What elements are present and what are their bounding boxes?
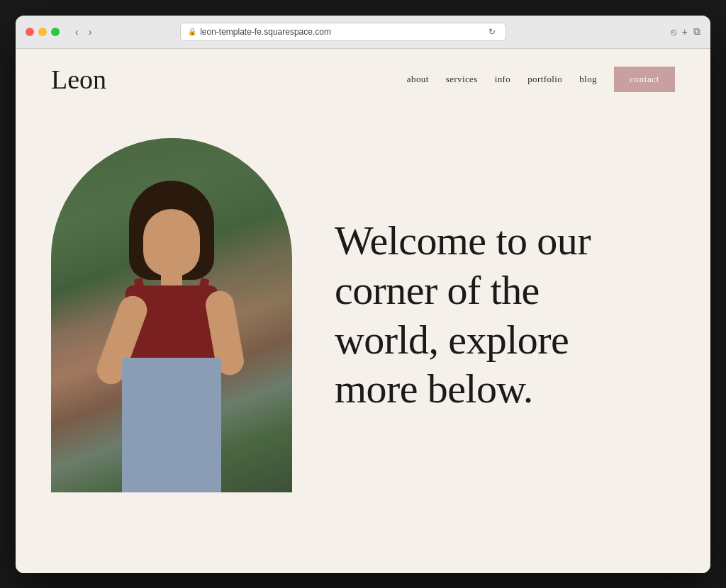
traffic-lights — [26, 28, 60, 36]
site-content: Leon about services info portfolio blog … — [16, 49, 710, 573]
site-nav: Leon about services info portfolio blog … — [16, 49, 710, 110]
person-figure — [79, 166, 264, 492]
back-button[interactable]: ‹ — [72, 25, 82, 39]
new-tab-button[interactable]: + — [682, 26, 688, 38]
lock-icon: 🔒 — [188, 28, 196, 35]
hero-heading: Welcome to our corner of the world, expl… — [335, 216, 675, 413]
close-button[interactable] — [26, 28, 34, 36]
nav-link-info[interactable]: info — [495, 74, 511, 85]
hero-heading-line1: Welcome to our — [335, 217, 591, 264]
share-button[interactable]: ⎋ — [671, 26, 676, 38]
refresh-button[interactable]: ↻ — [486, 26, 498, 38]
hero-image — [51, 138, 292, 492]
nav-link-about[interactable]: about — [407, 74, 429, 85]
forward-button[interactable]: › — [86, 25, 95, 39]
address-bar[interactable]: 🔒 leon-template-fe.squarespace.com ↻ — [180, 23, 506, 41]
arch-frame — [51, 138, 292, 492]
nav-link-blog[interactable]: blog — [579, 74, 597, 85]
site-logo[interactable]: Leon — [51, 66, 106, 93]
minimize-button[interactable] — [38, 28, 47, 36]
nav-links: about services info portfolio blog conta… — [407, 67, 675, 92]
hero-text: Welcome to our corner of the world, expl… — [335, 216, 675, 413]
browser-chrome: ‹ › 🔒 leon-template-fe.squarespace.com ↻… — [16, 16, 710, 49]
browser-actions: ⎋ + ⧉ — [671, 26, 700, 38]
nav-link-services[interactable]: services — [446, 74, 478, 85]
jeans — [122, 358, 221, 492]
contact-button[interactable]: contact — [614, 67, 675, 92]
hero-heading-line4: more below. — [335, 366, 533, 412]
arch-image-container — [51, 138, 292, 492]
nav-link-portfolio[interactable]: portfolio — [527, 74, 562, 85]
face — [143, 209, 200, 276]
hero-section: Welcome to our corner of the world, expl… — [16, 110, 710, 549]
browser-controls: ‹ › — [72, 25, 94, 39]
hero-heading-line3: world, explore — [335, 317, 569, 363]
duplicate-button[interactable]: ⧉ — [693, 26, 700, 38]
browser-window: ‹ › 🔒 leon-template-fe.squarespace.com ↻… — [16, 16, 710, 573]
hero-heading-line2: corner of the — [335, 267, 540, 313]
maximize-button[interactable] — [51, 28, 60, 36]
url-text: leon-template-fe.squarespace.com — [200, 27, 331, 37]
